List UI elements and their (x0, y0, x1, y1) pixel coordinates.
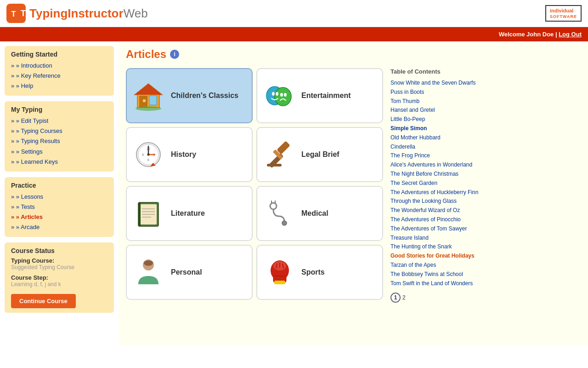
svg-rect-44 (274, 281, 285, 284)
category-medical[interactable]: Medical (256, 186, 383, 241)
svg-point-11 (276, 92, 278, 96)
toc-link[interactable]: Tom Thumb (390, 97, 581, 106)
toc-link[interactable]: The Wonderful Wizard of Oz (390, 206, 581, 215)
toc-link[interactable]: Little Bo-Peep (390, 115, 581, 124)
toc-link[interactable]: The Frog Prince (390, 151, 581, 161)
sidebar-item-help[interactable]: » Help (11, 81, 107, 91)
continue-course-button[interactable]: Continue Course (11, 294, 76, 308)
category-legal-brief[interactable]: Legal Brief (256, 127, 383, 182)
sidebar-item-learned-keys[interactable]: » Learned Keys (11, 157, 107, 167)
toc-link[interactable]: Alice's Adventures in Wonderland (390, 161, 581, 170)
literature-label: Literature (171, 209, 205, 218)
legal-brief-icon (263, 138, 295, 171)
toc-pagination: 1 2 (390, 293, 581, 303)
course-step-label: Course Step: (11, 274, 107, 281)
sidebar-item-articles[interactable]: » Articles (11, 212, 107, 222)
svg-text:9: 9 (142, 153, 144, 156)
category-literature[interactable]: Literature (126, 186, 253, 241)
info-icon[interactable]: i (170, 50, 179, 59)
course-status-section: Course Status Typing Course: Suggested T… (5, 242, 114, 313)
article-grid: Children's Classics (126, 68, 383, 300)
sidebar-item-lessons[interactable]: » Lessons (11, 192, 107, 202)
typing-course-label: Typing Course: (11, 257, 107, 264)
brand-software: SOFTWARE (550, 14, 577, 19)
toc-link[interactable]: The Adventures of Pinocchio (390, 215, 581, 224)
my-typing-title: My Typing (11, 106, 107, 113)
main-layout: Getting Started » Introduction » Key Ref… (0, 41, 588, 345)
content-area: Articles i (119, 41, 588, 345)
svg-point-37 (282, 221, 287, 225)
toc-page-2[interactable]: 2 (402, 294, 406, 301)
entertainment-icon (263, 80, 295, 112)
toc-link[interactable]: The Adventures of Huckleberry Finn (390, 188, 581, 197)
welcome-text: Welcome John Doe | (499, 31, 557, 38)
toc-link[interactable]: Tarzan of the Apes (390, 261, 581, 270)
svg-text:T: T (11, 10, 16, 18)
toc-link[interactable]: Treasure Island (390, 234, 581, 243)
toc-link[interactable]: Tom Swift in the Land of Wonders (390, 279, 581, 288)
personal-icon (132, 256, 164, 288)
toc-link[interactable]: Old Mother Hubbard (390, 133, 581, 143)
svg-text:12: 12 (147, 147, 150, 150)
sidebar-item-edit-typist[interactable]: » Edit Typist (11, 116, 107, 126)
personal-label: Personal (171, 268, 202, 276)
history-label: History (171, 150, 196, 159)
sidebar-item-arcade[interactable]: » Arcade (11, 222, 107, 232)
toc-link[interactable]: Simple Simon (390, 124, 581, 133)
legal-brief-label: Legal Brief (301, 150, 339, 159)
getting-started-section: Getting Started » Introduction » Key Ref… (5, 46, 114, 96)
toc-link[interactable]: Good Stories for Great Holidays (390, 252, 581, 261)
toc-link[interactable]: The Secret Garden (390, 179, 581, 188)
toc-link[interactable]: Snow White and the Seven Dwarfs (390, 79, 581, 88)
toc-link[interactable]: Cinderella (390, 143, 581, 152)
category-childrens-classics[interactable]: Children's Classics (126, 68, 253, 123)
article-grid-area: Children's Classics (126, 68, 383, 303)
articles-header: Articles i (126, 48, 581, 61)
sidebar-item-settings[interactable]: » Settings (11, 147, 107, 157)
toc-link[interactable]: Puss in Boots (390, 88, 581, 97)
brand-individual: individual (550, 8, 573, 13)
sports-icon (263, 256, 295, 288)
toc-link[interactable]: Through the Looking Glass (390, 197, 581, 206)
page-header: T TypingInstructorWeb individual SOFTWAR… (0, 0, 588, 27)
medical-label: Medical (301, 209, 328, 218)
svg-rect-6 (143, 99, 146, 102)
category-personal[interactable]: Personal (126, 245, 253, 300)
literature-icon (132, 197, 164, 230)
category-history[interactable]: 12 6 9 3 History (126, 127, 253, 182)
svg-rect-27 (267, 164, 282, 167)
toc-page-1[interactable]: 1 (390, 293, 401, 303)
category-sports[interactable]: Sports (256, 245, 383, 300)
logout-link[interactable]: Log Out (559, 31, 582, 38)
practice-section: Practice » Lessons » Tests » Articles » … (5, 177, 114, 237)
svg-rect-24 (277, 141, 290, 155)
sidebar-item-introduction[interactable]: » Introduction (11, 61, 107, 71)
toc-links: Snow White and the Seven DwarfsPuss in B… (390, 79, 581, 288)
nav-bar: Welcome John Doe | Log Out (0, 27, 588, 41)
course-status-title: Course Status (11, 247, 107, 254)
svg-rect-4 (149, 96, 157, 105)
toc-title: Table of Contents (390, 68, 581, 75)
my-typing-section: My Typing » Edit Typist » Typing Courses… (5, 101, 114, 171)
typing-course-value: Suggested Typing Course (11, 264, 107, 270)
svg-point-7 (136, 106, 161, 111)
course-step-value: Learning d, f, j and k (11, 281, 107, 288)
logo-typing: TypingInstructor (29, 6, 124, 20)
sports-label: Sports (301, 268, 325, 276)
childrens-classics-icon (132, 80, 164, 112)
logo-text: TypingInstructorWeb (29, 6, 148, 21)
sidebar-item-tests[interactable]: » Tests (11, 202, 107, 212)
sidebar-item-typing-courses[interactable]: » Typing Courses (11, 126, 107, 136)
toc-link[interactable]: Hansel and Gretel (390, 106, 581, 115)
sidebar-item-typing-results[interactable]: » Typing Results (11, 136, 107, 146)
articles-title: Articles (126, 48, 166, 61)
toc-link[interactable]: The Night Before Christmas (390, 170, 581, 179)
sidebar-item-key-reference[interactable]: » Key Reference (11, 71, 107, 81)
category-entertainment[interactable]: Entertainment (256, 68, 383, 123)
toc-link[interactable]: The Hunting of the Snark (390, 242, 581, 252)
toc-link[interactable]: The Bobbsey Twins at School (390, 270, 581, 279)
toc-link[interactable]: The Adventures of Tom Sawyer (390, 224, 581, 234)
svg-text:3: 3 (153, 153, 155, 156)
svg-point-41 (144, 260, 153, 266)
medical-icon (263, 197, 295, 230)
